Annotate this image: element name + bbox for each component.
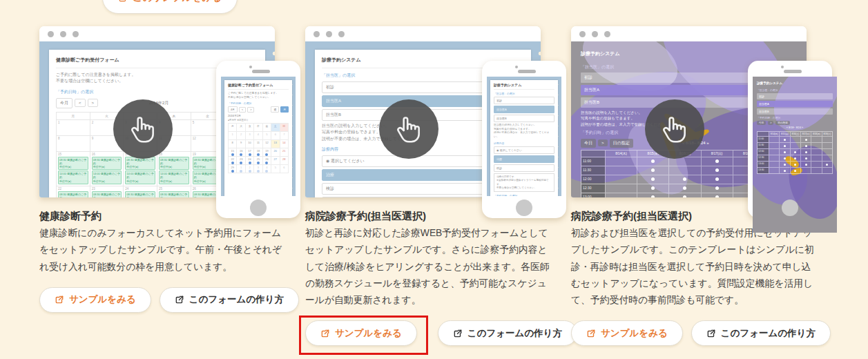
calendar-event: 14:00 健康診断のご予約受付中(●) (92, 171, 122, 184)
weekday-cell: 月 (56, 113, 90, 120)
calendar-event: 08:30 健康診断のご予約受付中(●) (159, 191, 189, 197)
calendar-cell: 2308:30 健康診断のご予約受付中(●)14:00 健康診断のご予約受付中(… (90, 186, 124, 197)
window-dot (60, 31, 66, 37)
view-sample-button-highlighted[interactable]: サンプルをみる (305, 320, 417, 346)
event-time: 08:30 健康診断のご予約 (160, 158, 188, 165)
phone-home-button (250, 200, 267, 216)
window-dot (73, 31, 79, 37)
event-status: 受付中(●) (160, 165, 188, 168)
phone-speaker (518, 70, 536, 73)
day-number: 6 (280, 166, 288, 169)
slot-dot (715, 168, 719, 172)
prev-button: < (239, 107, 246, 113)
pick-date-button: 日の指定 (610, 139, 633, 148)
grid-row: 11:00 (758, 136, 832, 142)
slot-cell (790, 155, 800, 161)
calendar-cell: 4 (253, 132, 262, 140)
mock-form-title: 診療予約システム (757, 80, 833, 87)
how-to-make-label: このフォームの作り方 (467, 327, 562, 340)
slot-dot (805, 145, 807, 147)
hand-cursor-icon (645, 99, 704, 159)
how-to-make-button[interactable]: このフォームの作り方 (438, 320, 577, 346)
day-number: 27 (271, 157, 279, 161)
slot-dot (826, 164, 828, 166)
calendar-nav: 4月 < > 週 月 (228, 106, 289, 113)
mock-note: 説明が不要の場合は、未入力で登録してください。 (494, 131, 554, 139)
day-number: 24 (125, 187, 155, 191)
event-time: 08:30 健康診断のご予約 (59, 193, 87, 197)
how-to-make-button[interactable]: このフォームの作り方 (691, 320, 831, 346)
external-link-icon (706, 329, 716, 338)
card-description: 初診と再診に対応した診療WEB予約受付フォームとしてセットアップしたサンプルです… (305, 225, 551, 309)
slot-dot (651, 168, 655, 172)
weekday-cell: 水 (245, 124, 253, 132)
calendar-cell: 4 (262, 165, 271, 173)
slot-cell (800, 168, 811, 173)
view-sample-button[interactable]: サンプルをみる (39, 287, 151, 313)
template-preview-hospital-2[interactable]: 診療予約システム 「担当医」の選択 初診 担当医A 担当医B 担当医の説明を入力… (571, 26, 817, 207)
mock-note: ※金額表示設定や画像ギャラリーも掲載可能です。 (496, 179, 552, 186)
day-number: 14 (280, 141, 288, 144)
view-this-sample-button[interactable]: このサンプルをみる (102, 0, 238, 14)
slot-cell (800, 155, 811, 161)
slot-cell (769, 137, 779, 142)
option-row-selected: 担当医A (494, 106, 554, 113)
availability-dot (257, 170, 260, 173)
event-status: 受付中(●) (59, 165, 87, 168)
slot-dot (651, 195, 655, 197)
calendar-cell: 7 (280, 132, 288, 140)
calendar-header: 月火水木金土日 (228, 124, 288, 132)
slot-cell (701, 184, 733, 193)
browser-chrome (39, 26, 275, 41)
template-preview-hospital-1[interactable]: 診療予約システム 「担当医」の選択 初診 担当医A 担当医B 担当医の説明を入力… (305, 26, 551, 207)
slot-cell (822, 143, 832, 148)
how-to-make-label: このフォームの作り方 (189, 293, 284, 306)
time-cell: 13:00 (581, 193, 605, 197)
window-dot (48, 31, 54, 37)
slot-dot (683, 195, 686, 197)
select-prompt-row: ◉ 選択してください (494, 146, 554, 154)
time-cell: 12:00 (758, 149, 769, 155)
slot-dot (715, 177, 719, 181)
date-cell: 8/17(日) (800, 132, 811, 136)
date-cell: 8/15(金) (779, 132, 789, 136)
event-time: 08:30 健康診断のご予約 (126, 158, 154, 165)
date-cell: 8/16(土) (790, 132, 800, 136)
template-preview-health-check[interactable]: 健康診断ご予約受付フォーム ご予約に際しての注意書きを掲載します。 不要な場合は… (39, 26, 285, 207)
day-number: 8 (58, 137, 88, 140)
calendar-cell: 21 (280, 148, 288, 157)
mock-section-link: 「予約日時」の選択 (494, 194, 554, 196)
template-cards-row: 健康診断ご予約受付フォーム ご予約に際しての注意書きを掲載します。 不要な場合は… (39, 26, 817, 355)
date-cell: 8/18(月) (811, 132, 821, 136)
day-number: 16 (92, 153, 122, 156)
slot-cell (769, 162, 779, 167)
slot-dot (784, 145, 786, 147)
phone-camera-dot (249, 66, 252, 68)
view-sample-label: サンプルをみる (335, 327, 402, 340)
calendar-cell: 1608:30 健康診断のご予約受付中(●)14:00 健康診断のご予約受付中(… (90, 152, 124, 186)
option-row-selected: 担当医A (757, 101, 833, 107)
phone-screen: 診療予約システム 「担当医」の選択 初診 担当医A 担当医B 担当医の説明を入力… (487, 77, 561, 196)
description-box: 治療の説明です。 ※金額表示設定や画像ギャラリーも掲載可能です。 不要な場合は空… (494, 173, 554, 193)
view-sample-button[interactable]: サンプルをみる (571, 320, 683, 346)
window-dot (326, 31, 332, 37)
external-link-icon (320, 329, 330, 338)
day-number: 2 (246, 166, 253, 169)
day-number: 11 (254, 141, 262, 144)
slot-dot (715, 186, 719, 190)
slot-cell (779, 149, 789, 155)
slot-dot (794, 164, 796, 166)
calendar-event: 14:00 健康診断のご予約受付中(●) (58, 171, 88, 184)
slot-dot (784, 170, 786, 172)
slot-cell (637, 175, 668, 184)
weekday-cell: 火 (236, 124, 244, 132)
option-row-selected: 治療 (494, 155, 554, 163)
event-time: 14:00 健康診断のご予約 (59, 172, 87, 179)
how-to-make-button[interactable]: このフォームの作り方 (160, 287, 299, 313)
browser-chrome (571, 26, 807, 41)
calendar-event: 08:30 健康診断のご予約受付中(●) (125, 191, 155, 197)
day-number: 1 (58, 121, 88, 124)
mock-form-title: 診療予約システム (494, 83, 554, 90)
day-number: 12 (263, 141, 271, 144)
day-number: 22 (58, 187, 88, 191)
